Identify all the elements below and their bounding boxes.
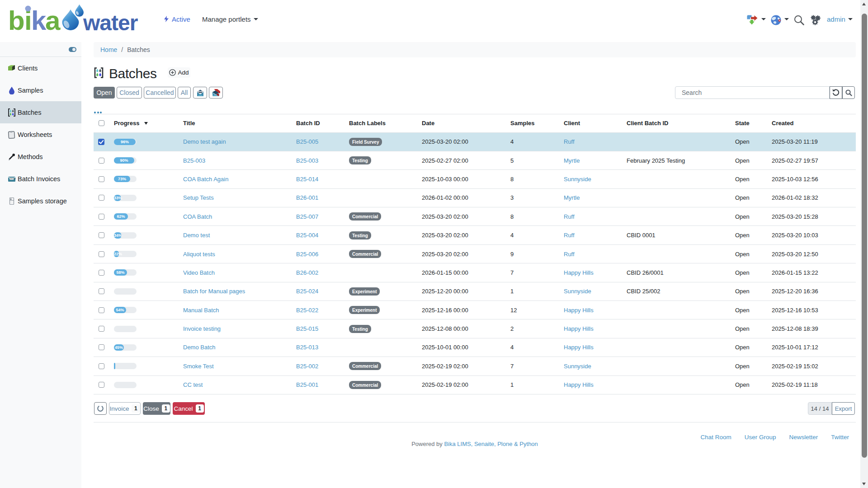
svg-text:INVOICE: INVOICE — [10, 178, 15, 179]
svg-text:b: b — [9, 5, 25, 35]
svg-text:a: a — [45, 5, 61, 35]
svg-text:k: k — [31, 5, 47, 35]
svg-text:water: water — [83, 11, 138, 35]
